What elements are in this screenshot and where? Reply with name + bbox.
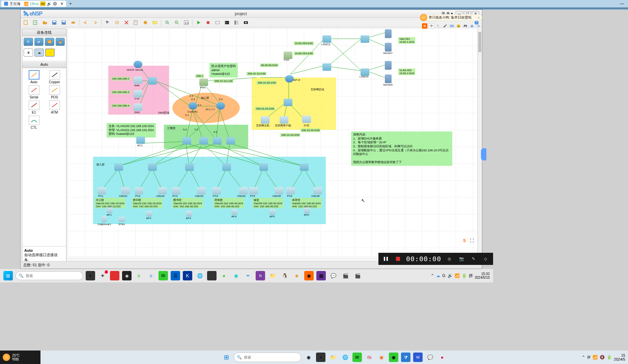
isp-cafe-device[interactable]: [302, 116, 311, 123]
ap3[interactable]: [186, 211, 192, 217]
lsw13-device[interactable]: [322, 35, 331, 43]
record-pause-button[interactable]: [382, 255, 390, 263]
screenshot-button[interactable]: [242, 19, 249, 26]
zoom-in-button[interactable]: [164, 19, 171, 26]
task-icon-teal[interactable]: ◉: [231, 271, 241, 280]
client6[interactable]: [313, 187, 322, 194]
ime-toolbar[interactable]: S 中 °, 🎤 ⌨ 😀 🎮 ▦ ⚙: [422, 23, 481, 29]
host-tray-lang[interactable]: 拼: [587, 355, 591, 360]
tray-shield-icon[interactable]: G: [442, 273, 445, 278]
ap6[interactable]: [304, 207, 310, 213]
device-pc-icon[interactable]: 🖥: [24, 49, 33, 57]
web-server-device[interactable]: [134, 77, 142, 84]
select-tool-button[interactable]: [104, 19, 111, 26]
task-icon-360[interactable]: e: [134, 271, 144, 280]
task-icon-clip2[interactable]: 🎬: [353, 271, 362, 280]
start-button[interactable]: [195, 19, 202, 26]
text-tool-button[interactable]: [151, 19, 158, 26]
capture-button[interactable]: [214, 19, 221, 26]
new-tab-button[interactable]: +: [67, 1, 74, 7]
task-icon-clip1[interactable]: 🎬: [341, 271, 350, 280]
core-r2[interactable]: [216, 102, 225, 110]
task-icon-k[interactable]: K: [183, 271, 192, 280]
access-sw5[interactable]: [259, 163, 268, 171]
client3[interactable]: [197, 187, 206, 194]
task-icon-feather[interactable]: ✒: [244, 271, 253, 280]
client1[interactable]: [121, 187, 130, 194]
ftp-server-device[interactable]: [134, 90, 142, 97]
client2[interactable]: [158, 187, 167, 194]
topology-canvas[interactable]: DHCP Server Web FTP DNS 192.168.200.2 19…: [68, 29, 481, 256]
tray-wifi-icon[interactable]: 📶: [455, 273, 460, 278]
fw1-device[interactable]: [199, 79, 208, 86]
notification-toast[interactable]: 养只线条小狗: 集齐12款壁纸 ✕: [422, 14, 482, 21]
cellphone[interactable]: [102, 216, 107, 222]
access-sw3[interactable]: [185, 163, 194, 171]
task-icon-black2[interactable]: [207, 271, 217, 280]
host-tray-wifi[interactable]: 📶: [593, 355, 598, 360]
fw2-device[interactable]: [284, 52, 292, 59]
save-button[interactable]: [51, 19, 58, 26]
ac1-device[interactable]: [136, 136, 145, 144]
tray-chevron-icon[interactable]: ⌃: [431, 273, 434, 278]
tray-net-icon[interactable]: 🔊: [448, 273, 453, 278]
record-pen-icon[interactable]: ✎: [469, 255, 478, 263]
ap5[interactable]: [269, 209, 276, 215]
server7[interactable]: [385, 43, 392, 52]
pc6[interactable]: [286, 187, 295, 194]
pc5[interactable]: [249, 187, 258, 194]
host-task-explorer[interactable]: 📁: [328, 353, 338, 362]
dns-server-device[interactable]: [134, 103, 142, 111]
host-search[interactable]: 🔍: [234, 353, 301, 362]
record-more-icon[interactable]: ◇: [482, 255, 490, 263]
inner-clock[interactable]: 15:32 2024/5/10: [475, 272, 490, 279]
pc4[interactable]: [212, 187, 221, 194]
record-stop-button[interactable]: [394, 255, 402, 263]
ime-punct-icon[interactable]: °,: [435, 23, 441, 29]
ime-sogou-icon[interactable]: S: [422, 23, 427, 29]
stop-button[interactable]: [205, 19, 211, 26]
weather-widget[interactable]: 25°C 明朗: [0, 351, 40, 364]
sta1[interactable]: [118, 217, 125, 222]
task-icon-sun[interactable]: ☀!: [98, 271, 107, 280]
ap2[interactable]: [146, 211, 152, 217]
host-task-vscode[interactable]: ⧩: [401, 353, 410, 362]
task-icon-ie[interactable]: e: [146, 271, 156, 280]
host-task-green[interactable]: ◉: [389, 353, 398, 362]
sidebar-pull-tab[interactable]: [481, 148, 486, 160]
ime-keyboard-icon[interactable]: ⌨: [449, 23, 454, 29]
tray-ime-icon[interactable]: 拼: [469, 273, 473, 279]
edit-button[interactable]: [133, 19, 139, 26]
client5[interactable]: [275, 187, 283, 194]
device-firewall-icon[interactable]: 🔥: [56, 38, 65, 46]
ime-grid-icon[interactable]: ▦: [469, 23, 475, 29]
isp-sw[interactable]: [284, 99, 292, 106]
host-task-browser[interactable]: ◉: [377, 353, 386, 362]
client4[interactable]: [239, 187, 248, 194]
device-cable-icon[interactable]: ⚡: [45, 49, 55, 57]
pc1[interactable]: [97, 187, 106, 194]
tray-battery-icon[interactable]: 🔋: [462, 273, 467, 278]
host-task-store[interactable]: 🛍: [365, 353, 374, 362]
ime-lang-icon[interactable]: 中: [429, 23, 434, 29]
host-search-input[interactable]: [244, 355, 298, 359]
notification-close-icon[interactable]: ✕: [477, 16, 480, 20]
pan-tool-button[interactable]: [114, 19, 120, 26]
print-button[interactable]: [70, 19, 77, 26]
host-tray-chevron[interactable]: ⌃: [582, 355, 585, 360]
task-icon-onenote[interactable]: N: [256, 271, 265, 280]
cable-atm[interactable]: [49, 100, 60, 110]
new-topo-button[interactable]: [32, 19, 39, 26]
scrollbar-thumb[interactable]: [478, 32, 481, 52]
access-sw2[interactable]: [148, 163, 157, 171]
cable-auto[interactable]: [29, 70, 39, 80]
task-icon-red[interactable]: [110, 271, 119, 280]
lsw16-device[interactable]: [361, 35, 369, 43]
pc3[interactable]: [172, 187, 180, 194]
tray-cloud-icon[interactable]: ☁: [436, 273, 440, 278]
task-icon-1[interactable]: ▪: [86, 271, 95, 280]
task-icon-green[interactable]: ●: [219, 271, 229, 280]
zoom-fit-button[interactable]: 1:1: [183, 19, 190, 26]
access-sw1[interactable]: [114, 163, 123, 171]
task-icon-qq[interactable]: 🐧: [280, 271, 289, 280]
